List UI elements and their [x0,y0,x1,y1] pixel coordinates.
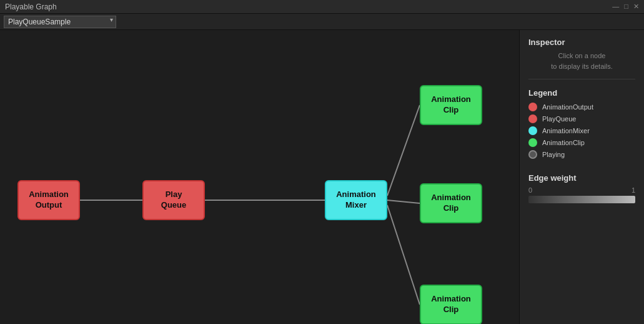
edge-weight-title: Edge weight [528,173,635,183]
legend-dot-mixer [528,126,537,135]
legend-item-clip: AnimationClip [528,138,635,147]
edge-weight-min: 0 [528,186,532,194]
graph-canvas[interactable]: Animation Output Play Queue Animation Mi… [0,30,519,324]
close-button[interactable]: ✕ [633,3,639,11]
graph-selector[interactable]: PlayQueueSample [4,16,116,28]
legend-label-clip: AnimationClip [542,139,585,146]
legend-item-playqueue: PlayQueue [528,114,635,123]
node-animation-output[interactable]: Animation Output [17,180,80,220]
graph-selector-wrap[interactable]: PlayQueueSample [4,16,116,28]
app-title: Playable Graph [5,3,57,11]
minimize-button[interactable]: — [612,3,619,11]
legend-item-mixer: AnimationMixer [528,126,635,135]
legend-dot-output [528,103,537,111]
legend-label-mixer: AnimationMixer [542,127,590,134]
graph-edges-svg [0,30,519,324]
inspector-section: Inspector Click on a node to display its… [528,38,635,79]
node-clip-top[interactable]: Animation Clip [420,85,482,125]
node-animation-mixer[interactable]: Animation Mixer [325,180,387,220]
node-play-queue[interactable]: Play Queue [142,180,205,220]
legend-title: Legend [528,88,635,98]
edge-weight-max: 1 [632,186,635,194]
legend-dot-playqueue [528,114,537,123]
restore-button[interactable]: □ [624,3,628,11]
legend-section: Legend AnimationOutput PlayQueue Animati… [528,88,635,162]
node-clip-bot[interactable]: Animation Clip [420,285,482,324]
legend-label-playqueue: PlayQueue [542,115,576,123]
edge-weight-bar [528,196,635,203]
inspector-hint: Click on a node to display its details. [528,51,635,71]
legend-item-playing: Playing [528,150,635,159]
node-clip-mid[interactable]: Animation Clip [420,183,482,223]
right-panel: Inspector Click on a node to display its… [519,30,644,324]
svg-line-3 [387,200,420,203]
legend-label-output: AnimationOutput [542,103,593,111]
svg-line-2 [387,105,420,196]
legend-dot-clip [528,138,537,147]
svg-line-4 [387,205,420,305]
edge-weight-labels: 0 1 [528,186,635,194]
title-bar: Playable Graph — □ ✕ [0,0,644,14]
legend-item-output: AnimationOutput [528,103,635,111]
toolbar: PlayQueueSample [0,14,644,30]
edge-weight-section: Edge weight 0 1 [528,173,635,203]
legend-dot-playing [528,150,537,159]
legend-label-playing: Playing [542,151,565,158]
inspector-title: Inspector [528,38,635,47]
window-controls[interactable]: — □ ✕ [612,3,639,11]
main-layout: Animation Output Play Queue Animation Mi… [0,30,644,324]
